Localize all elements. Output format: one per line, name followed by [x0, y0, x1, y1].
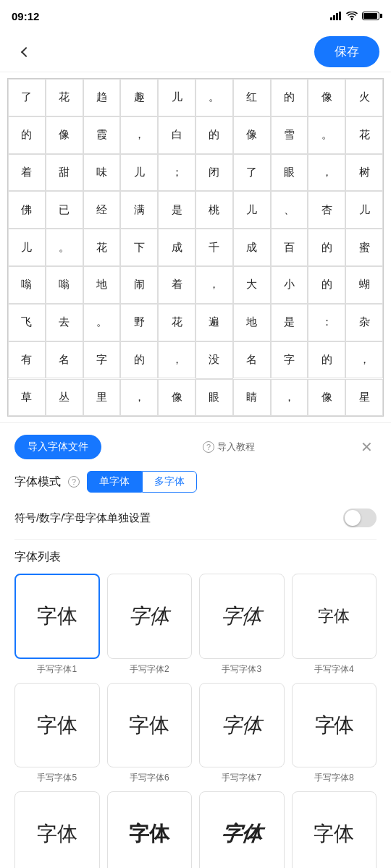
- hw-cell: 着: [8, 154, 46, 192]
- hw-cell: 是: [271, 304, 308, 341]
- save-button[interactable]: 保存: [314, 36, 379, 67]
- hw-cell: 红: [233, 79, 271, 116]
- font-item-name: 手写字体2: [130, 663, 169, 676]
- back-arrow-icon: [21, 46, 31, 56]
- hw-cell: 像: [233, 116, 271, 154]
- font-preview-char: 字体: [314, 820, 354, 848]
- question-icon: ?: [203, 441, 214, 453]
- single-font-tab[interactable]: 单字体: [87, 471, 142, 493]
- font-item[interactable]: 字体手写字体1: [14, 574, 100, 676]
- toggle-switch[interactable]: [343, 509, 377, 527]
- hw-cell: 了: [8, 79, 46, 116]
- status-icons: [330, 12, 379, 20]
- font-item[interactable]: 字体手写字体12: [292, 791, 377, 868]
- hw-cell: 甜: [46, 154, 83, 192]
- hw-cell: 儿: [8, 229, 46, 266]
- hw-cell: 桃: [196, 191, 233, 229]
- hw-cell: 闭: [196, 154, 233, 192]
- hw-cell: 嗡: [8, 266, 46, 304]
- hw-cell: 。: [83, 304, 121, 341]
- hw-cell: 千: [196, 229, 233, 266]
- font-item-name: 手写字体7: [222, 772, 261, 784]
- font-item-name: 手写字体4: [314, 663, 354, 676]
- hw-cell: 小: [271, 266, 308, 304]
- multi-font-tab[interactable]: 多字体: [142, 471, 197, 493]
- font-item[interactable]: 字体手写字体8: [292, 683, 377, 785]
- hw-cell: 儿: [345, 191, 383, 229]
- font-mode-label: 字体模式: [14, 475, 61, 490]
- hw-cell: 没: [196, 341, 233, 379]
- hw-cell: ，: [120, 379, 158, 417]
- hw-cell: 趋: [83, 79, 121, 116]
- font-item[interactable]: 字体手写字体2: [107, 574, 193, 676]
- hw-cell: 像: [158, 379, 196, 417]
- font-item-name: 手写字体6: [130, 772, 169, 784]
- hw-cell: 的: [120, 341, 158, 379]
- hw-cell: 成: [158, 229, 196, 266]
- hw-cell: 。: [308, 116, 345, 154]
- hw-cell: 丛: [46, 379, 83, 417]
- font-preview-box: 字体: [107, 791, 193, 868]
- font-item[interactable]: 字体手写字体4: [292, 574, 377, 676]
- font-item[interactable]: 字体手写字体10: [107, 791, 193, 868]
- hw-cell: 。: [196, 79, 233, 116]
- font-item[interactable]: 字体手写字体3: [199, 574, 285, 676]
- font-preview-box: 字体: [14, 683, 100, 768]
- bottom-panel: 导入字体文件 ? 导入教程 ✕ 字体模式 ? 单字体 多字体 符号/数字/字母字…: [0, 423, 391, 868]
- hw-cell: 的: [271, 79, 308, 116]
- hw-cell: ：: [308, 304, 345, 341]
- hw-cell: 有: [8, 341, 46, 379]
- handwriting-grid: 了花趋趣儿。红的像火的像霞，白的像雪。花着甜味儿；闭了眼，树佛已经满是桃儿、杏儿…: [7, 78, 384, 417]
- hw-cell: 着: [158, 266, 196, 304]
- font-mode-help-icon[interactable]: ?: [68, 476, 80, 488]
- font-item[interactable]: 字体手写字体11: [199, 791, 285, 868]
- signal-icon: [330, 12, 342, 20]
- font-preview-char: 字体: [37, 820, 77, 848]
- font-preview-box: 字体: [107, 574, 193, 659]
- font-item[interactable]: 字体手写字体7: [199, 683, 285, 785]
- hw-cell: 花: [158, 304, 196, 341]
- font-preview-box: 字体: [199, 683, 285, 768]
- hw-cell: 儿: [158, 79, 196, 116]
- font-preview-char: 字体: [315, 712, 353, 739]
- hw-cell: 是: [158, 191, 196, 229]
- hw-cell: ，: [196, 266, 233, 304]
- hw-cell: 去: [46, 304, 83, 341]
- font-preview-char: 字体: [37, 712, 77, 739]
- svg-rect-3: [339, 12, 341, 20]
- hw-cell: 杏: [308, 191, 345, 229]
- font-preview-char: 字体: [220, 603, 263, 630]
- hw-cell: 眼: [271, 154, 308, 192]
- hw-cell: 像: [46, 116, 83, 154]
- mode-tabs: 单字体 多字体: [87, 471, 197, 493]
- hw-cell: 霞: [83, 116, 121, 154]
- hw-cell: 杂: [345, 304, 383, 341]
- font-item[interactable]: 字体手写字体6: [107, 683, 193, 785]
- hw-cell: 名: [46, 341, 83, 379]
- font-preview-box: 字体: [199, 791, 285, 868]
- font-preview-char: 字体: [129, 712, 169, 739]
- close-button[interactable]: ✕: [356, 437, 377, 457]
- font-list-label: 字体列表: [14, 550, 377, 565]
- hw-cell: 树: [345, 154, 383, 192]
- hw-cell: 的: [308, 229, 345, 266]
- hw-cell: 花: [46, 79, 83, 116]
- hw-cell: 蝴: [345, 266, 383, 304]
- hw-cell: 名: [233, 341, 271, 379]
- font-grid: 字体手写字体1字体手写字体2字体手写字体3字体手写字体4字体手写字体5字体手写字…: [14, 574, 377, 868]
- font-item[interactable]: 字体手写字体5: [14, 683, 100, 785]
- import-file-button[interactable]: 导入字体文件: [14, 435, 101, 459]
- hw-cell: 草: [8, 379, 46, 417]
- hw-cell: 火: [345, 79, 383, 116]
- font-item-name: 手写字体1: [37, 663, 77, 676]
- svg-rect-0: [330, 17, 332, 20]
- hw-cell: 趣: [120, 79, 158, 116]
- font-preview-char: 字体: [129, 603, 169, 630]
- back-button[interactable]: [12, 38, 41, 67]
- hw-cell: 、: [271, 191, 308, 229]
- hw-cell: ，: [271, 379, 308, 417]
- font-preview-char: 字体: [220, 820, 264, 848]
- toggle-row: 符号/数字/字母字体单独设置: [14, 503, 377, 540]
- import-tutorial-link[interactable]: ? 导入教程: [203, 441, 255, 454]
- font-item[interactable]: 字体手写字体9: [14, 791, 100, 868]
